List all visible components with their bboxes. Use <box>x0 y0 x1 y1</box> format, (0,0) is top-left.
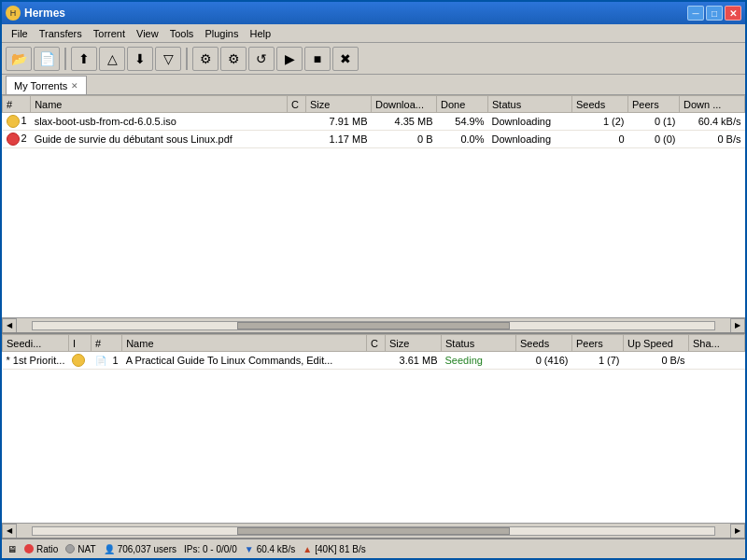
downloading-table: # Name C Size Downloa... Done Status See… <box>2 95 745 148</box>
menu-file[interactable]: File <box>6 26 34 41</box>
close-button[interactable]: ✕ <box>725 6 741 21</box>
users-label: 706,037 users <box>118 544 176 554</box>
seed-col-size: Size <box>386 335 442 352</box>
menu-transfers[interactable]: Transfers <box>34 26 88 41</box>
col-header-name: Name <box>31 96 288 113</box>
row2-c <box>288 131 306 148</box>
table-row[interactable]: 2 Guide de survie du débutant sous Linux… <box>3 131 745 148</box>
status-down-speed: ▼ 60.4 kB/s <box>245 544 296 554</box>
status-nat: NAT <box>65 544 95 554</box>
row1-status: Downloading <box>488 113 572 131</box>
menu-help[interactable]: Help <box>244 26 276 41</box>
delete-button[interactable]: ✖ <box>332 47 359 71</box>
seed-col-up: Up Speed <box>624 335 689 352</box>
row2-size: 1.17 MB <box>306 131 372 148</box>
menu-plugins[interactable]: Plugins <box>199 26 244 41</box>
title-bar: H Hermes ─ □ ✕ <box>2 2 745 24</box>
seed-col-peers: Peers <box>572 335 624 352</box>
toolbar-separator-1 <box>64 48 66 70</box>
menu-tools[interactable]: Tools <box>164 26 200 41</box>
seed-row1-seeds: 0 (416) <box>516 352 572 370</box>
seed-col-num: # <box>91 335 121 352</box>
bottom-hscroll-thumb[interactable] <box>237 527 510 535</box>
hscroll-track-top[interactable] <box>32 321 715 330</box>
refresh-button[interactable]: ↺ <box>248 47 275 71</box>
main-window: H Hermes ─ □ ✕ File Transfers Torrent Vi… <box>0 0 747 560</box>
col-header-seeds: Seeds <box>572 96 628 113</box>
move-down-outline-button[interactable]: ▽ <box>155 47 181 71</box>
window-title: Hermes <box>24 7 687 20</box>
row1-done: 54.9% <box>437 113 488 131</box>
tab-close-icon[interactable]: ✕ <box>71 81 78 91</box>
hscroll-left-arrow[interactable]: ◀ <box>2 318 17 333</box>
table-row[interactable]: * 1st Priorit... 📄 1 A Practical Guide T… <box>3 352 745 370</box>
menu-bar: File Transfers Torrent View Tools Plugin… <box>2 24 745 43</box>
play-button[interactable]: ▶ <box>276 47 303 71</box>
table-row[interactable]: 1 slax-boot-usb-from-cd-6.0.5.iso 7.91 M… <box>3 113 745 131</box>
tab-label: My Torrents <box>14 80 67 91</box>
ips-label: IPs: 0 - 0/0/0 <box>184 544 237 554</box>
status-bar: 🖥 Ratio NAT 👤 706,037 users IPs: 0 - 0/0… <box>2 538 745 558</box>
col-header-c: C <box>288 96 306 113</box>
hscroll-thumb-top[interactable] <box>237 322 510 329</box>
up-arrow-icon: ▲ <box>303 544 312 554</box>
tab-my-torrents[interactable]: My Torrents ✕ <box>6 76 87 94</box>
new-button[interactable]: 📄 <box>34 47 60 71</box>
menu-view[interactable]: View <box>131 26 164 41</box>
row2-peers: 0 (0) <box>628 131 680 148</box>
seed-row1-priority: * 1st Priorit... <box>3 352 69 370</box>
seed-row1-status: Seeding <box>442 352 516 370</box>
stop-button[interactable]: ■ <box>304 47 331 71</box>
settings-button-2[interactable]: ⚙ <box>220 47 247 71</box>
seed-row1-icon <box>68 352 91 370</box>
col-header-dl: Downloa... <box>372 96 437 113</box>
move-up-button[interactable]: ⬆ <box>71 47 97 71</box>
status-users: 👤 706,037 users <box>104 544 176 554</box>
down-arrow-icon: ▼ <box>245 544 254 554</box>
seed-col-share: Sha... <box>689 335 745 352</box>
ratio-label: Ratio <box>36 544 58 554</box>
downloading-scroll[interactable]: # Name C Size Downloa... Done Status See… <box>2 95 745 317</box>
bottom-hscroll-track[interactable] <box>32 526 715 536</box>
app-icon: H <box>6 6 21 21</box>
col-header-peers: Peers <box>628 96 680 113</box>
row1-downloaded: 4.35 MB <box>372 113 437 131</box>
settings-button-1[interactable]: ⚙ <box>192 47 218 71</box>
col-header-status: Status <box>488 96 572 113</box>
col-header-size: Size <box>306 96 372 113</box>
tab-bar: My Torrents ✕ <box>2 75 745 95</box>
row2-down: 0 B/s <box>680 131 745 148</box>
row1-c <box>288 113 306 131</box>
row2-done: 0.0% <box>437 131 488 148</box>
seed-row1-status-icon <box>72 354 85 367</box>
open-file-button[interactable]: 📂 <box>6 47 32 71</box>
users-icon: 👤 <box>104 544 115 554</box>
row2-num: 2 <box>3 131 31 148</box>
hscroll-right-arrow[interactable]: ▶ <box>730 318 745 333</box>
status-ips: IPs: 0 - 0/0/0 <box>184 544 237 554</box>
menu-torrent[interactable]: Torrent <box>88 26 131 41</box>
maximize-button[interactable]: □ <box>706 6 723 21</box>
seeding-scroll[interactable]: Seedi... I # Name C Size Status Seeds Pe… <box>2 334 745 523</box>
row1-seeds: 1 (2) <box>572 113 628 131</box>
seed-col-name: Name <box>122 335 367 352</box>
row1-num: 1 <box>3 113 31 131</box>
row1-size: 7.91 MB <box>306 113 372 131</box>
bottom-hscroll-right[interactable]: ▶ <box>730 524 745 539</box>
downloading-pane: # Name C Size Downloa... Done Status See… <box>2 95 745 332</box>
seed-doc-icon: 📄 <box>94 354 107 367</box>
row2-status: Downloading <box>488 131 572 148</box>
seed-row1-share <box>689 352 745 370</box>
bottom-hscroll[interactable]: ◀ ▶ <box>2 523 745 538</box>
top-hscroll[interactable]: ◀ ▶ <box>2 317 745 332</box>
move-down-button[interactable]: ⬇ <box>127 47 153 71</box>
move-up-outline-button[interactable]: △ <box>99 47 125 71</box>
bottom-hscroll-left[interactable]: ◀ <box>2 524 17 539</box>
minimize-button[interactable]: ─ <box>687 6 704 21</box>
col-header-done: Done <box>437 96 488 113</box>
row2-status-icon <box>7 133 20 146</box>
row1-status-icon <box>7 115 20 128</box>
col-header-down: Down ... <box>680 96 745 113</box>
seed-row1-up: 0 B/s <box>624 352 689 370</box>
row2-seeds: 0 <box>572 131 628 148</box>
